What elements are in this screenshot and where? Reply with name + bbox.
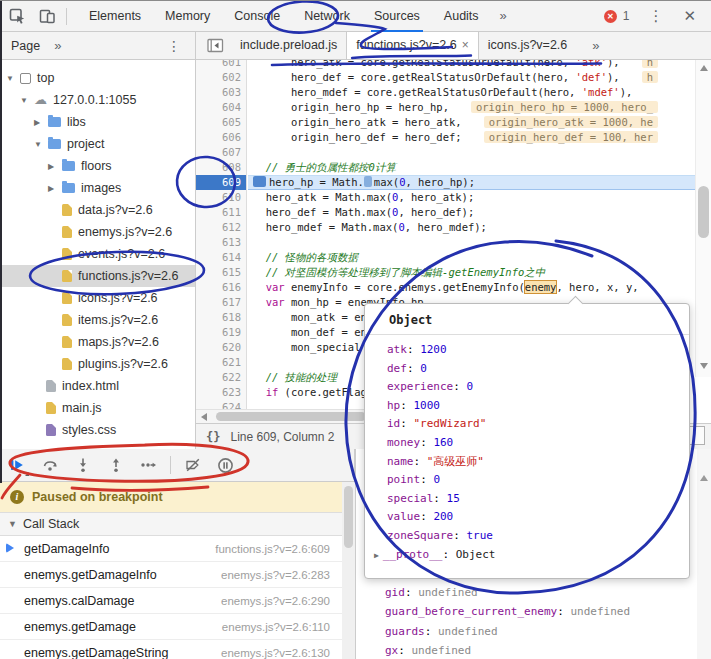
collapsed-arrow-icon[interactable]: ▶ xyxy=(48,162,62,171)
tree-item-events.js?v=2.6[interactable]: events.js?v=2.6 xyxy=(0,243,195,265)
tree-item-index.html[interactable]: index.html xyxy=(0,375,195,397)
sidebar-scrollbar[interactable] xyxy=(342,482,355,659)
line-number[interactable]: 623 xyxy=(196,385,246,400)
scope-property[interactable]: gid: undefined xyxy=(385,583,697,603)
pretty-print-button[interactable]: {} xyxy=(206,430,220,444)
object-property[interactable]: def: 0 xyxy=(387,360,689,379)
line-number[interactable]: 615 xyxy=(196,265,246,280)
scroll-left-arrow-icon[interactable] xyxy=(201,413,207,421)
tree-item-top[interactable]: ▼top xyxy=(0,67,195,89)
object-property[interactable]: ▶__proto__: Object xyxy=(387,546,689,566)
panel-tab-network[interactable]: Network xyxy=(292,1,362,32)
object-property[interactable]: hp: 1000 xyxy=(387,397,689,416)
collapse-arrow-icon[interactable]: ▼ xyxy=(8,519,17,529)
object-property[interactable]: id: "redWizard" xyxy=(387,415,689,434)
scope-property[interactable]: guards: undefined xyxy=(385,622,697,642)
collapsed-arrow-icon[interactable]: ▶ xyxy=(48,184,62,193)
line-number[interactable]: 613 xyxy=(196,235,246,250)
tree-item-functions.js?v=2.6[interactable]: functions.js?v=2.6 xyxy=(0,265,195,287)
line-number[interactable]: 616 xyxy=(196,280,246,295)
line-number[interactable]: 612 xyxy=(196,220,246,235)
hovered-variable[interactable]: enemy xyxy=(525,281,557,293)
line-number[interactable]: 617 xyxy=(196,295,246,310)
tree-item-maps.js?v=2.6[interactable]: maps.js?v=2.6 xyxy=(0,331,195,353)
line-number[interactable]: 605 xyxy=(196,115,246,130)
sidebar-scroll-thumb[interactable] xyxy=(344,486,353,548)
scroll-down-arrow-icon[interactable] xyxy=(700,363,708,369)
tree-item-project[interactable]: ▼project xyxy=(0,133,195,155)
tree-item-items.js?v=2.6[interactable]: items.js?v=2.6 xyxy=(0,309,195,331)
line-number[interactable]: 614 xyxy=(196,250,246,265)
object-property[interactable]: name: "高级巫师" xyxy=(387,453,689,472)
editor-tab-icons.js?v=2.6[interactable]: icons.js?v=2.6 xyxy=(479,32,577,59)
tree-item-data.js?v=2.6[interactable]: data.js?v=2.6 xyxy=(0,199,195,221)
expand-arrow-icon[interactable]: ▶ xyxy=(374,551,379,560)
step-out-button[interactable] xyxy=(99,452,132,478)
line-number[interactable]: 604 xyxy=(196,100,246,115)
line-number[interactable]: 624 xyxy=(196,400,246,409)
tree-item-main.js[interactable]: main.js xyxy=(0,397,195,419)
tree-item-floors[interactable]: ▶floors xyxy=(0,155,195,177)
horizontal-scroll-thumb[interactable] xyxy=(216,412,366,421)
line-number[interactable]: 610 xyxy=(196,190,246,205)
scope-property[interactable]: gx: undefined xyxy=(385,641,697,659)
device-toolbar-button[interactable] xyxy=(34,5,60,27)
panel-tab-sources[interactable]: Sources xyxy=(362,1,432,32)
panel-tab-audits[interactable]: Audits xyxy=(432,1,491,32)
line-number[interactable]: 607 xyxy=(196,145,246,160)
call-stack-header[interactable]: ▼ Call Stack xyxy=(0,512,342,536)
line-number[interactable]: 622 xyxy=(196,370,246,385)
line-number[interactable]: 619 xyxy=(196,325,246,340)
line-number[interactable]: 602 xyxy=(196,70,246,85)
panel-tab-console[interactable]: Console xyxy=(222,1,292,32)
object-property[interactable]: experience: 0 xyxy=(387,378,689,397)
scroll-up-arrow-icon[interactable] xyxy=(700,65,708,71)
tree-item-127.0.0.1:1055[interactable]: ▼☁127.0.0.1:1055 xyxy=(0,89,195,111)
navigator-more-tabs-button[interactable]: » xyxy=(40,38,61,53)
expanded-arrow-icon[interactable]: ▼ xyxy=(6,74,20,83)
line-number[interactable]: 603 xyxy=(196,85,246,100)
toggle-navigator-button[interactable] xyxy=(203,36,227,56)
scope-scrollbar[interactable] xyxy=(697,449,711,659)
editor-tab-include.preload.js[interactable]: include.preload.js xyxy=(231,32,346,59)
call-stack-frame[interactable]: enemys.getDamageStringenemys.js?v=2.6:13… xyxy=(0,640,342,659)
step-button[interactable] xyxy=(132,452,165,478)
line-number-gutter[interactable]: 6016026036046056066076086096106116126136… xyxy=(196,60,247,409)
line-number[interactable]: 621 xyxy=(196,355,246,370)
object-property[interactable]: point: 0 xyxy=(387,471,689,490)
editor-more-tabs-button[interactable]: » xyxy=(576,38,599,53)
expanded-arrow-icon[interactable]: ▼ xyxy=(34,140,48,149)
call-stack-frame[interactable]: enemys.calDamageenemys.js?v=2.6:290 xyxy=(0,588,342,614)
expanded-arrow-icon[interactable]: ▼ xyxy=(20,96,34,105)
object-property[interactable]: zoneSquare: true xyxy=(387,527,689,546)
object-property[interactable]: atk: 1200 xyxy=(387,341,689,360)
call-stack-frame[interactable]: enemys.getDamageInfoenemys.js?v=2.6:283 xyxy=(0,562,342,588)
collapsed-arrow-icon[interactable]: ▶ xyxy=(34,118,48,127)
object-property[interactable]: money: 160 xyxy=(387,434,689,453)
pause-on-exceptions-button[interactable] xyxy=(209,452,242,478)
scope-property[interactable]: guard_before_current_enemy: undefined xyxy=(385,602,697,622)
line-number[interactable]: 620 xyxy=(196,340,246,355)
tree-item-plugins.js?v=2.6[interactable]: plugins.js?v=2.6 xyxy=(0,353,195,375)
tree-item-enemys.js?v=2.6[interactable]: enemys.js?v=2.6 xyxy=(0,221,195,243)
object-property[interactable]: special: 15 xyxy=(387,490,689,509)
editor-vertical-scrollbar[interactable] xyxy=(695,60,711,377)
step-over-button[interactable] xyxy=(33,452,66,478)
inspect-element-button[interactable] xyxy=(4,5,30,27)
close-tab-icon[interactable]: × xyxy=(462,32,469,59)
object-property[interactable]: value: 200 xyxy=(387,508,689,527)
panel-tab-elements[interactable]: Elements xyxy=(77,1,153,32)
line-number[interactable]: 601 xyxy=(196,60,246,70)
scope-scroll-up-icon[interactable] xyxy=(700,475,708,481)
tree-item-icons.js?v=2.6[interactable]: icons.js?v=2.6 xyxy=(0,287,195,309)
customize-menu-button[interactable]: ⋮ xyxy=(639,1,672,31)
line-number[interactable]: 611 xyxy=(196,205,246,220)
navigator-menu-button[interactable]: ⋮ xyxy=(167,38,195,54)
line-number[interactable]: 608 xyxy=(196,160,246,175)
close-devtools-button[interactable]: ✕ xyxy=(674,1,705,31)
tree-item-images[interactable]: ▶images xyxy=(0,177,195,199)
line-number[interactable]: 606 xyxy=(196,130,246,145)
step-into-button[interactable] xyxy=(66,452,99,478)
editor-tab-functions.js?v=2.6[interactable]: functions.js?v=2.6× xyxy=(346,32,478,59)
call-stack-frame[interactable]: getDamageInfofunctions.js?v=2.6:609 xyxy=(0,536,342,562)
